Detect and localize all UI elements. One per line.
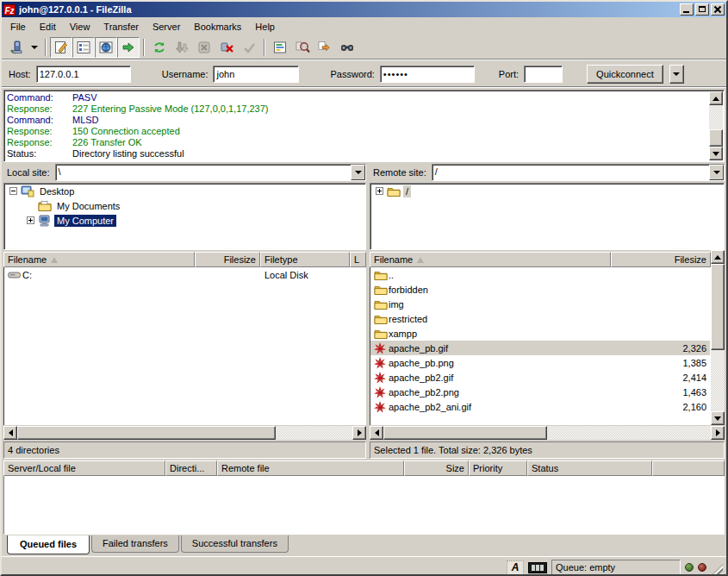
column-header-size[interactable]: Size (404, 460, 469, 476)
local-site-dropdown-button[interactable] (351, 165, 365, 180)
desktop-icon (21, 185, 34, 197)
sort-ascending-icon (417, 257, 424, 263)
scroll-down-button[interactable] (711, 411, 725, 425)
resize-grip[interactable] (711, 564, 723, 576)
local-horizontal-scrollbar[interactable] (3, 426, 366, 440)
reconnect-button[interactable] (238, 37, 260, 58)
remote-file-row[interactable]: apache_pb2.png 1,463 (370, 385, 710, 399)
scroll-right-button[interactable] (352, 426, 366, 440)
menu-edit[interactable]: Edit (33, 20, 63, 34)
remote-site-dropdown-button[interactable] (709, 165, 724, 180)
ascii-data-type-icon[interactable]: A (507, 560, 524, 575)
toggle-remote-tree-button[interactable] (95, 37, 117, 58)
refresh-button[interactable] (148, 37, 171, 58)
column-header-filetype[interactable]: Filetype (260, 252, 350, 267)
remote-file-row[interactable]: restricted (370, 311, 710, 326)
scroll-left-button[interactable] (370, 426, 383, 440)
menu-bookmarks[interactable]: Bookmarks (187, 20, 248, 34)
menu-help[interactable]: Help (248, 20, 282, 34)
local-site-combo[interactable]: \ (55, 164, 366, 181)
scrollbar-thumb[interactable] (711, 264, 725, 350)
remote-file-row[interactable]: apache_pb2_ani.gif 2,160 (370, 399, 710, 414)
port-input[interactable] (524, 66, 563, 83)
scrollbar-thumb[interactable] (383, 426, 547, 440)
remote-file-row-selected[interactable]: apache_pb.gif 2,326 (370, 341, 710, 355)
tree-item-my-documents[interactable]: My Documents (4, 198, 365, 213)
tab-queued-files[interactable]: Queued files (7, 535, 90, 554)
column-header-filesize[interactable]: Filesize (611, 252, 711, 267)
speed-limit-indicator-icon[interactable] (528, 562, 547, 573)
column-header-server-local-file[interactable]: Server/Local file (3, 460, 165, 476)
scrollbar-thumb[interactable] (17, 426, 276, 440)
toggle-message-log-button[interactable] (50, 37, 72, 58)
toggle-local-tree-button[interactable] (72, 37, 95, 58)
close-button[interactable] (711, 3, 725, 16)
scroll-up-button[interactable] (711, 250, 725, 264)
scroll-left-button[interactable] (3, 426, 17, 440)
tab-failed-transfers[interactable]: Failed transfers (91, 535, 179, 553)
remote-file-row[interactable]: xampp (370, 326, 710, 341)
column-header-status[interactable]: Status (527, 460, 652, 476)
queue-list[interactable] (3, 476, 725, 535)
remote-site-combo[interactable]: / (432, 164, 725, 181)
quickconnect-dropdown-button[interactable] (669, 65, 684, 84)
remote-file-row[interactable]: apache_pb2.gif 2,414 (370, 370, 710, 385)
tab-successful-transfers[interactable]: Successful transfers (181, 535, 289, 553)
expand-icon[interactable] (27, 216, 34, 224)
log-line: Command:MLSD (7, 115, 707, 126)
menu-transfer[interactable]: Transfer (96, 20, 146, 34)
scroll-up-button[interactable] (709, 91, 723, 105)
folder-icon (374, 284, 389, 296)
collapse-icon[interactable] (9, 187, 17, 195)
local-site-row: Local site: \ (3, 164, 366, 181)
column-header-direction[interactable]: Directi... (165, 460, 217, 476)
remote-horizontal-scrollbar[interactable] (370, 426, 725, 440)
column-header-filename[interactable]: Filename (3, 252, 195, 267)
column-header-priority[interactable]: Priority (469, 460, 527, 476)
cancel-button[interactable] (193, 37, 215, 58)
image-file-icon (374, 342, 389, 354)
log-vertical-scrollbar[interactable] (709, 91, 723, 160)
tree-item-root[interactable]: / (370, 184, 724, 198)
expand-icon[interactable] (376, 187, 383, 195)
quickconnect-button[interactable]: Quickconnect (587, 65, 663, 84)
toolbar-separator (264, 39, 265, 56)
scroll-down-button[interactable] (709, 147, 723, 160)
synchronized-browsing-button[interactable] (314, 37, 336, 58)
minimize-button[interactable] (680, 3, 694, 16)
disconnect-button[interactable] (215, 37, 238, 58)
username-input[interactable] (213, 66, 299, 83)
tree-item-desktop[interactable]: Desktop (4, 184, 365, 198)
tree-item-my-computer[interactable]: My Computer (4, 213, 365, 228)
password-input[interactable] (380, 66, 475, 83)
find-files-button[interactable] (336, 37, 358, 58)
column-header-filesize[interactable]: Filesize (195, 252, 260, 267)
remote-file-row[interactable]: forbidden (370, 282, 710, 297)
remote-vertical-scrollbar[interactable] (711, 250, 725, 425)
column-header-filename[interactable]: Filename (370, 252, 611, 267)
local-file-row[interactable]: C: Local Disk (4, 267, 365, 282)
port-label: Port: (499, 69, 519, 79)
site-manager-button[interactable] (5, 37, 28, 58)
scrollbar-thumb[interactable] (709, 129, 723, 147)
menu-server[interactable]: Server (146, 20, 187, 34)
remote-file-row[interactable]: img (370, 297, 710, 311)
directory-listing-filters-button[interactable] (269, 37, 291, 58)
remote-file-list: .. forbidden img restricted (370, 267, 711, 425)
column-header-last-modified[interactable]: L (350, 252, 366, 267)
site-manager-dropdown-button[interactable] (28, 37, 41, 58)
my-computer-icon (38, 215, 52, 227)
remote-file-row[interactable]: apache_pb.png 1,385 (370, 355, 710, 370)
process-queue-icon (174, 40, 190, 55)
menu-view[interactable]: View (63, 20, 97, 34)
scroll-right-button[interactable] (711, 426, 725, 440)
menu-file[interactable]: File (3, 20, 33, 34)
column-header-remote-file[interactable]: Remote file (217, 460, 404, 476)
maximize-button[interactable] (695, 3, 709, 16)
image-file-icon (374, 386, 389, 398)
process-queue-button[interactable] (171, 37, 193, 58)
directory-comparison-button[interactable] (291, 37, 314, 58)
toggle-transfer-queue-button[interactable] (117, 37, 140, 58)
host-input[interactable] (36, 66, 131, 83)
remote-file-row[interactable]: .. (370, 267, 710, 282)
